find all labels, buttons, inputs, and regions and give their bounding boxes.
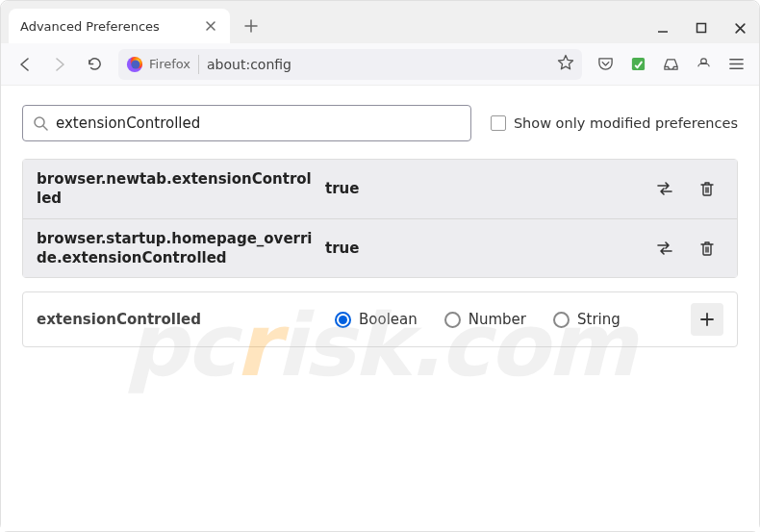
extension-icon[interactable] xyxy=(624,51,651,78)
reload-button[interactable] xyxy=(80,50,109,79)
window-close-button[interactable] xyxy=(732,20,747,36)
pref-row[interactable]: browser.startup.homepage_override.extens… xyxy=(23,218,737,278)
browser-toolbar: Firefox xyxy=(1,43,759,86)
type-boolean-label: Boolean xyxy=(359,311,418,328)
modified-only-toggle[interactable]: Show only modified preferences xyxy=(491,115,738,131)
site-identity[interactable]: Firefox xyxy=(126,56,190,73)
window-maximize-button[interactable] xyxy=(694,20,709,36)
forward-button[interactable] xyxy=(45,50,74,79)
svg-point-2 xyxy=(131,60,139,68)
tab-title: Advanced Preferences xyxy=(20,19,160,34)
search-icon xyxy=(33,115,48,131)
window-minimize-button[interactable] xyxy=(655,20,671,36)
pref-search-input[interactable] xyxy=(56,114,461,132)
back-button[interactable] xyxy=(11,50,39,79)
radio-icon xyxy=(335,312,351,328)
account-icon[interactable] xyxy=(690,51,717,78)
pref-name: browser.startup.homepage_override.extens… xyxy=(37,229,316,268)
pref-name: browser.newtab.extensionControlled xyxy=(37,169,316,209)
delete-pref-button[interactable] xyxy=(691,232,723,265)
bookmark-star-icon[interactable] xyxy=(557,54,574,75)
pref-row[interactable]: browser.newtab.extensionControlled true xyxy=(23,160,737,218)
type-boolean-option[interactable]: Boolean xyxy=(335,311,418,328)
about-config-content: Show only modified preferences browser.n… xyxy=(1,86,759,531)
type-string-option[interactable]: String xyxy=(553,311,621,328)
pref-value: true xyxy=(325,240,639,257)
urlbar-divider xyxy=(198,55,199,74)
search-row: Show only modified preferences xyxy=(22,105,738,141)
add-pref-button[interactable] xyxy=(691,303,723,336)
address-bar[interactable]: Firefox xyxy=(118,49,582,80)
delete-pref-button[interactable] xyxy=(691,172,723,205)
toggle-value-button[interactable] xyxy=(648,172,681,205)
close-tab-icon[interactable] xyxy=(203,18,218,34)
modified-only-label: Show only modified preferences xyxy=(514,115,738,131)
pocket-icon[interactable] xyxy=(592,51,619,78)
browser-tab[interactable]: Advanced Preferences xyxy=(9,9,230,43)
new-pref-row: extensionControlled Boolean Number Strin… xyxy=(23,292,737,346)
type-number-option[interactable]: Number xyxy=(444,311,526,328)
inbox-icon[interactable] xyxy=(657,51,684,78)
window-controls xyxy=(655,20,747,36)
toggle-value-button[interactable] xyxy=(648,232,681,265)
type-string-label: String xyxy=(577,311,621,328)
new-tab-button[interactable] xyxy=(238,13,265,39)
svg-rect-3 xyxy=(631,58,644,70)
site-identity-label: Firefox xyxy=(149,57,190,71)
radio-icon xyxy=(444,312,461,328)
pref-value: true xyxy=(325,180,639,197)
type-number-label: Number xyxy=(469,311,526,328)
app-menu-button[interactable] xyxy=(722,51,749,78)
new-pref-type-group: Boolean Number String xyxy=(325,311,681,328)
tab-strip: Advanced Preferences xyxy=(1,1,759,43)
radio-icon xyxy=(553,312,570,328)
pref-search-box[interactable] xyxy=(22,105,471,141)
pref-table: browser.newtab.extensionControlled true … xyxy=(22,159,738,278)
new-pref-container: extensionControlled Boolean Number Strin… xyxy=(22,291,738,347)
svg-rect-0 xyxy=(697,24,706,33)
url-input[interactable] xyxy=(207,57,549,72)
modified-only-checkbox[interactable] xyxy=(491,115,506,131)
new-pref-name: extensionControlled xyxy=(37,311,316,328)
